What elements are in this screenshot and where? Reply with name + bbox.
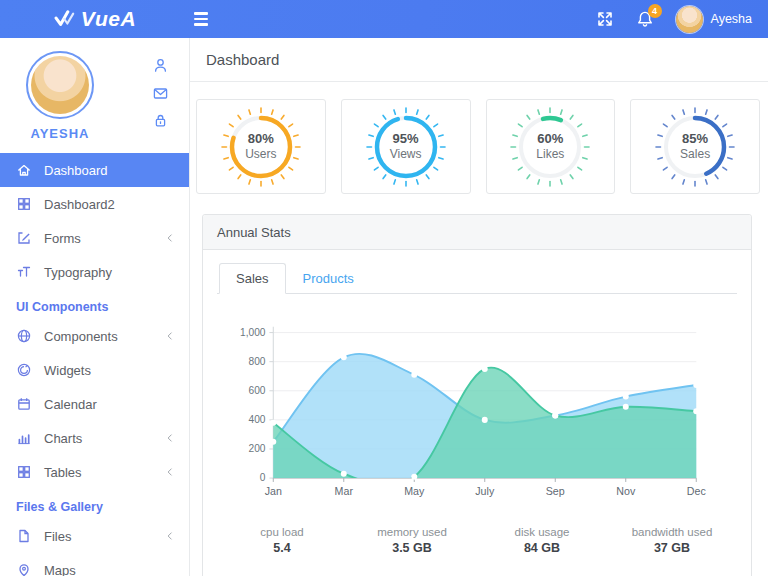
sidebar-menu: DashboardDashboard2FormsTypographyUI Com… <box>0 153 189 576</box>
annual-stats-panel: Annual Stats SalesProducts 0200400600800… <box>202 214 752 576</box>
svg-text:Dec: Dec <box>687 485 707 497</box>
footer-stat-value: 37 GB <box>607 541 737 555</box>
gauge-users: 80%Users <box>218 104 304 190</box>
svg-text:0: 0 <box>260 472 266 483</box>
svg-text:1,000: 1,000 <box>240 327 266 338</box>
notifications-button[interactable]: 4 <box>636 10 654 28</box>
sidebar-item-label: Maps <box>44 563 76 576</box>
profile-name: AYESHA <box>31 126 90 141</box>
stat-card-likes: 60%Likes <box>486 99 616 194</box>
tab-bar: SalesProducts <box>217 263 737 294</box>
bar-chart-icon <box>16 430 32 446</box>
hamburger-menu-icon[interactable] <box>194 6 220 32</box>
profile-photo-ring <box>26 51 94 119</box>
footer-stat-value: 5.4 <box>217 541 347 555</box>
svg-text:Sep: Sep <box>546 485 565 497</box>
envelope-icon[interactable] <box>152 85 169 102</box>
edit-icon <box>16 230 32 246</box>
profile-photo[interactable] <box>31 56 89 114</box>
sidebar-item-typography[interactable]: Typography <box>0 255 189 289</box>
gauge-percent: 95% <box>393 131 419 147</box>
sidebar-item-dashboard[interactable]: Dashboard <box>0 153 189 187</box>
widgets-icon <box>16 362 32 378</box>
svg-text:800: 800 <box>249 356 266 367</box>
gauge-label: Views <box>390 147 422 162</box>
person-icon[interactable] <box>152 57 169 74</box>
gauge-views: 95%Views <box>363 104 449 190</box>
gauge-label: Likes <box>536 147 564 162</box>
app-window: VueA 4 Ayesha <box>0 0 768 576</box>
sidebar-item-label: Typography <box>44 265 112 280</box>
page-title: Dashboard <box>206 51 279 68</box>
stat-cards-row: 80%Users95%Views60%Likes85%Sales <box>196 99 760 194</box>
footer-stat-label: cpu load <box>217 526 347 538</box>
table-icon <box>16 464 32 480</box>
sidebar-item-label: Widgets <box>44 363 91 378</box>
sidebar-item-label: Dashboard <box>44 163 108 178</box>
svg-text:May: May <box>404 485 425 497</box>
globe-icon <box>16 328 32 344</box>
sidebar-profile: AYESHA <box>0 38 189 149</box>
sidebar-item-label: Charts <box>44 431 82 446</box>
footer-stat-bandwidth-used: bandwidth used37 GB <box>607 526 737 555</box>
sidebar-item-charts[interactable]: Charts <box>0 421 189 455</box>
sidebar: AYESHA <box>0 38 190 576</box>
sidebar-item-files[interactable]: Files <box>0 519 189 553</box>
sidebar-item-tables[interactable]: Tables <box>0 455 189 489</box>
gauge-sales: 85%Sales <box>652 104 738 190</box>
brand-logo[interactable]: VueA <box>0 7 190 31</box>
chevron-left-icon <box>165 531 175 541</box>
sidebar-item-calendar[interactable]: Calendar <box>0 387 189 421</box>
tab-products[interactable]: Products <box>286 263 371 294</box>
sidebar-item-widgets[interactable]: Widgets <box>0 353 189 387</box>
sidebar-section-header-ui-components: UI Components <box>0 289 189 319</box>
fullscreen-icon[interactable] <box>596 10 614 28</box>
lock-icon[interactable] <box>152 112 169 129</box>
top-header: VueA 4 Ayesha <box>0 0 768 38</box>
logo-text: VueA <box>81 7 136 31</box>
svg-text:July: July <box>475 485 495 497</box>
chevron-left-icon <box>165 467 175 477</box>
home-icon <box>16 162 32 178</box>
svg-text:200: 200 <box>249 443 266 454</box>
file-icon <box>16 528 32 544</box>
chevron-left-icon <box>165 331 175 341</box>
page-title-bar: Dashboard <box>190 38 768 82</box>
footer-stat-memory-used: memory used3.5 GB <box>347 526 477 555</box>
svg-text:Jan: Jan <box>265 485 282 497</box>
stat-card-users: 80%Users <box>196 99 326 194</box>
svg-text:400: 400 <box>249 414 266 425</box>
gauge-percent: 80% <box>248 131 274 147</box>
stat-card-views: 95%Views <box>341 99 471 194</box>
footer-stat-label: memory used <box>347 526 477 538</box>
footer-stats-row: cpu load5.4memory used3.5 GBdisk usage84… <box>217 526 737 576</box>
sidebar-item-label: Dashboard2 <box>44 197 115 212</box>
sidebar-item-forms[interactable]: Forms <box>0 221 189 255</box>
gauge-label: Sales <box>680 147 710 162</box>
panel-header: Annual Stats <box>203 215 751 250</box>
gauge-label: Users <box>245 147 276 162</box>
user-name: Ayesha <box>711 12 752 26</box>
gauge-percent: 60% <box>537 131 563 147</box>
chart-container: 02004006008001,000JanMarMayJulySepNovDec <box>217 318 737 514</box>
sidebar-item-maps[interactable]: Maps <box>0 553 189 576</box>
profile-quick-links <box>152 57 169 129</box>
stat-card-sales: 85%Sales <box>630 99 760 194</box>
gauge-likes: 60%Likes <box>507 104 593 190</box>
sidebar-item-label: Components <box>44 329 118 344</box>
user-avatar <box>676 6 703 33</box>
sidebar-item-label: Tables <box>44 465 82 480</box>
footer-stat-value: 3.5 GB <box>347 541 477 555</box>
chevron-left-icon <box>165 433 175 443</box>
panel-title: Annual Stats <box>217 225 291 240</box>
user-menu[interactable]: Ayesha <box>676 6 752 33</box>
svg-text:Nov: Nov <box>616 485 636 497</box>
sidebar-item-components[interactable]: Components <box>0 319 189 353</box>
chevron-left-icon <box>165 233 175 243</box>
header-actions: 4 Ayesha <box>596 6 768 33</box>
footer-stat-value: 84 GB <box>477 541 607 555</box>
sidebar-section-header-files-gallery: Files & Gallery <box>0 489 189 519</box>
svg-text:600: 600 <box>249 385 266 396</box>
sidebar-item-dashboard2[interactable]: Dashboard2 <box>0 187 189 221</box>
tab-sales[interactable]: Sales <box>219 263 286 294</box>
